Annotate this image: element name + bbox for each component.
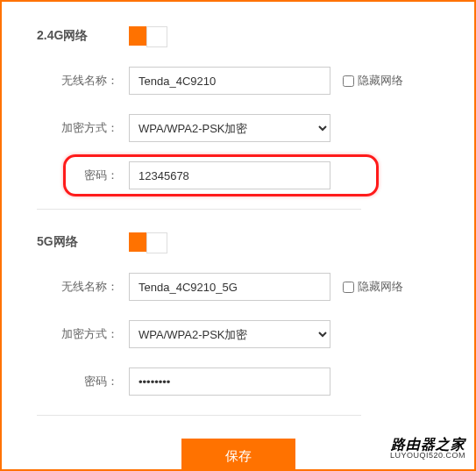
label-5g-encrypt: 加密方式： [37,326,129,342]
select-5g-encrypt[interactable]: WPA/WPA2-PSK加密 [129,320,330,348]
label-5g-password: 密码： [37,374,129,389]
row-24g-encrypt: 加密方式： WPA/WPA2-PSK加密 [37,114,439,142]
hide-ssid-5g-wrap[interactable]: 隐藏网络 [343,279,403,295]
input-5g-password[interactable] [129,368,330,396]
label-24g-password: 密码： [37,168,129,183]
label-5g-ssid: 无线名称： [37,279,129,295]
watermark-title: 路由器之家 [390,437,465,453]
save-button-wrap: 保存 [37,439,439,471]
label-hide-5g: 隐藏网络 [358,279,403,295]
toggle-5g[interactable] [129,232,167,252]
input-24g-password[interactable] [129,161,330,189]
section-title-24g: 2.4G网络 [37,28,129,44]
section-title-5g: 5G网络 [37,234,129,250]
watermark: 路由器之家 LUYOUQI520.COM [390,437,465,460]
checkbox-hide-24g[interactable] [343,75,354,87]
row-5g-encrypt: 加密方式： WPA/WPA2-PSK加密 [37,320,439,348]
section-divider [37,209,361,210]
row-5g-password: 密码： [37,368,439,396]
bottom-divider [37,415,361,416]
watermark-url: LUYOUQI520.COM [390,452,465,460]
input-24g-ssid[interactable] [129,67,330,95]
label-hide-24g: 隐藏网络 [358,73,403,89]
row-24g-ssid: 无线名称： 隐藏网络 [37,67,439,95]
section-header-5g: 5G网络 [37,232,439,252]
label-24g-encrypt: 加密方式： [37,120,129,136]
wireless-settings-panel: 2.4G网络 无线名称： 隐藏网络 加密方式： WPA/WPA2-PSK加密 密… [0,0,476,471]
hide-ssid-24g-wrap[interactable]: 隐藏网络 [343,73,403,89]
toggle-24g[interactable] [129,26,167,46]
input-5g-ssid[interactable] [129,273,330,301]
row-24g-password: 密码： [37,161,439,189]
section-header-24g: 2.4G网络 [37,26,439,46]
select-24g-encrypt[interactable]: WPA/WPA2-PSK加密 [129,114,330,142]
checkbox-hide-5g[interactable] [343,282,354,293]
label-24g-ssid: 无线名称： [37,73,129,89]
save-button[interactable]: 保存 [181,439,295,471]
row-5g-ssid: 无线名称： 隐藏网络 [37,273,439,301]
